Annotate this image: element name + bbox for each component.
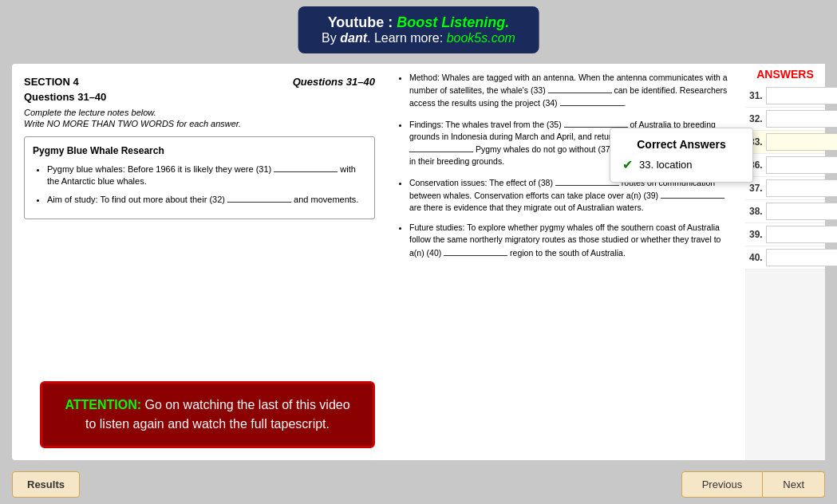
popup-title: Correct Answers (622, 138, 740, 151)
attention-box: ATTENTION: Go on watching the last of th… (40, 381, 375, 448)
top-banner: Youtube : Boost Listening. By dant. Lear… (298, 6, 539, 53)
right-text-section: Method: Whales are tagged with an antenn… (387, 64, 745, 460)
answer-row-36: 36. 📄 (745, 154, 825, 177)
note-item-31: Pygmy blue whales: Before 1966 it is lik… (47, 163, 366, 188)
answer-row-39: 39. 📄 (745, 223, 825, 246)
answer-num-32: 32. (749, 113, 763, 124)
previous-button[interactable]: Previous (681, 471, 764, 498)
results-button[interactable]: Results (12, 471, 80, 498)
questions-range: Questions 31–40 (293, 76, 375, 88)
answer-num-38: 38. (749, 206, 763, 217)
answer-column: ANSWERS 31. 📄 32. 📄 33. 📄 36. 📄 37. 📄 (745, 64, 825, 460)
answer-input-37[interactable] (766, 179, 837, 197)
answer-num-37: 37. (749, 183, 763, 194)
instruction1: Complete the lecture notes below. (24, 108, 375, 117)
checkmark-icon: ✔ (622, 157, 633, 172)
banner-site: book5s.com (447, 31, 515, 45)
bullet-future: Future studies: To explore whether pygmy… (409, 222, 737, 259)
answer-input-38[interactable] (766, 203, 837, 220)
answer-row-37: 37. 📄 (745, 177, 825, 200)
note-box-title: Pygmy Blue Whale Research (33, 145, 366, 156)
nav-buttons: Previous Next (681, 471, 825, 498)
note-box: Pygmy Blue Whale Research Pygmy blue wha… (24, 136, 375, 219)
banner-middle: . Learn more: (367, 31, 447, 45)
note-list: Pygmy blue whales: Before 1966 it is lik… (47, 163, 366, 206)
banner-by: By (322, 31, 340, 45)
answer-row-32: 32. 📄 (745, 108, 825, 131)
banner-line2: By dant. Learn more: book5s.com (322, 31, 515, 45)
bullet-method: Method: Whales are tagged with an antenn… (409, 72, 737, 110)
answer-row-40: 40. 📄 (745, 246, 825, 270)
answer-input-40[interactable] (766, 249, 837, 266)
instruction2: Write NO MORE THAN TWO WORDS for each an… (24, 119, 375, 128)
attention-label: ATTENTION: (65, 398, 141, 411)
answer-num-39: 39. (749, 229, 763, 240)
attention-text: ATTENTION: Go on watching the last of th… (58, 396, 357, 434)
answer-row-33: 33. 📄 (745, 131, 825, 154)
note-item-32: Aim of study: To find out more about the… (47, 193, 366, 206)
correct-answer-33: 33. location (639, 159, 693, 171)
bottom-bar: Results Previous Next (0, 464, 837, 504)
answer-input-33[interactable] (766, 133, 837, 151)
banner-prefix: Youtube : (328, 14, 397, 30)
answer-input-39[interactable] (766, 226, 837, 243)
banner-line1: Youtube : Boost Listening. (322, 14, 515, 31)
answer-row-31: 31. 📄 (745, 85, 825, 108)
answer-input-36[interactable] (766, 156, 837, 174)
answer-input-32[interactable] (766, 110, 837, 128)
answer-num-40: 40. (749, 252, 763, 263)
section-title-text: SECTION 4 (24, 76, 79, 88)
answers-header: ANSWERS (745, 64, 825, 85)
questions-header: Questions 31–40 (24, 91, 375, 103)
next-button[interactable]: Next (763, 471, 825, 498)
answer-input-31[interactable] (766, 87, 837, 104)
answer-num-31: 31. (749, 90, 763, 101)
correct-answers-popup: Correct Answers ✔ 33. location (610, 128, 753, 183)
answer-row-38: 38. 📄 (745, 200, 825, 223)
banner-brand: Boost Listening. (397, 14, 509, 30)
banner-author: dant (340, 31, 367, 45)
correct-answer-item-33: ✔ 33. location (622, 157, 740, 172)
section-title-row: SECTION 4 Questions 31–40 (24, 76, 375, 88)
